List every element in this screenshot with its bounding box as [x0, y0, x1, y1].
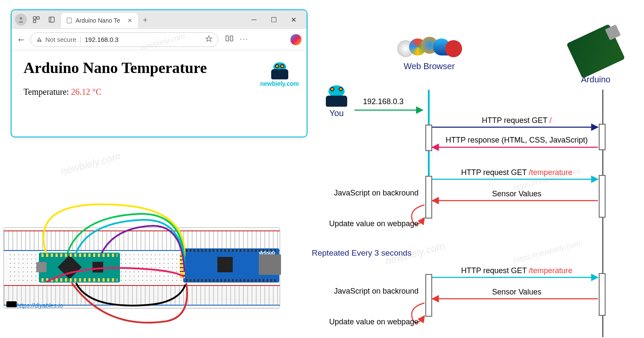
- label-ip: 192.168.0.3: [363, 97, 404, 106]
- label-msg3b: HTTP request GET /temperature: [436, 266, 598, 275]
- new-tab-button[interactable]: ＋: [141, 16, 149, 23]
- profile-icon[interactable]: [15, 14, 27, 26]
- tab-close-button[interactable]: ×: [126, 17, 134, 24]
- svg-rect-3: [33, 20, 36, 23]
- label-side2b: Update value on webpage: [312, 318, 419, 326]
- diy-badge-icon: [6, 301, 17, 307]
- svg-rect-4: [49, 17, 54, 22]
- ethernet-module: W5500: [183, 248, 279, 283]
- arduino-nano-board: [39, 253, 120, 283]
- tab-title: Arduino Nano Te: [76, 17, 123, 24]
- svg-rect-7: [39, 39, 40, 40]
- svg-rect-6: [67, 18, 71, 23]
- breadboard: W5500 https://diyables.io: [3, 227, 280, 309]
- vert-tabs-icon[interactable]: [46, 14, 58, 26]
- svg-rect-10: [230, 36, 233, 41]
- close-button[interactable]: ✕: [284, 13, 303, 26]
- more-button[interactable]: ···: [240, 35, 249, 44]
- minimize-button[interactable]: ─: [244, 13, 264, 26]
- svg-rect-2: [37, 17, 39, 19]
- label-side1b: JavaScript on backround: [312, 287, 419, 296]
- label-side2: Update value on webpage: [312, 219, 419, 228]
- label-msg3: HTTP request GET /temperature: [436, 168, 598, 177]
- back-button[interactable]: ←: [17, 34, 26, 45]
- label-msg4b: Sensor Values: [436, 288, 598, 297]
- browser-tabbar: Arduino Nano Te × ＋ ─ ☐ ✕: [12, 10, 307, 29]
- page-icon: [66, 17, 72, 23]
- temperature-label: Temperature:: [23, 87, 71, 96]
- security-indicator[interactable]: Not secure: [36, 36, 76, 43]
- window-controls: ─ ☐ ✕: [244, 13, 303, 26]
- svg-rect-9: [226, 36, 228, 41]
- page-heading: Arduino Nano Temperature: [23, 59, 295, 77]
- svg-point-0: [20, 17, 22, 20]
- browser-window: Arduino Nano Te × ＋ ─ ☐ ✕ ← Not secure |…: [11, 9, 307, 137]
- webpage-content: newbiely.com Arduino Nano Temperature Te…: [12, 50, 307, 105]
- label-msg1: HTTP request GET /: [436, 116, 598, 125]
- label-side1: JavaScript on backround: [312, 189, 419, 198]
- diyables-link: https://diyables.io: [17, 302, 63, 309]
- url-text: 192.168.0.3: [85, 36, 118, 43]
- workspaces-icon[interactable]: [30, 14, 42, 26]
- label-msg2: HTTP response (HTML, CSS, JavaScript): [436, 136, 598, 145]
- split-screen-button[interactable]: [225, 35, 234, 44]
- browser-tab[interactable]: Arduino Nano Te ×: [61, 13, 138, 28]
- favorite-button[interactable]: [205, 35, 213, 44]
- address-bar: ← Not secure | 192.168.0.3 ···: [12, 29, 307, 50]
- security-text: Not secure: [45, 36, 76, 43]
- temperature-line: Temperature: 26.12 °C: [23, 87, 295, 97]
- maximize-button[interactable]: ☐: [264, 13, 284, 26]
- star-icon: [205, 35, 213, 43]
- url-input[interactable]: Not secure | 192.168.0.3: [30, 32, 218, 47]
- owl-icon: [269, 62, 290, 79]
- svg-rect-1: [33, 17, 36, 19]
- label-repeat: Repteated Every 3 seconds: [312, 248, 411, 258]
- warning-icon: [36, 36, 43, 43]
- sequence-diagram: You Web Browser Arduino: [299, 30, 641, 337]
- newbiely-logo: newbiely.com: [260, 62, 299, 87]
- label-msg4: Sensor Values: [436, 189, 598, 198]
- split-icon: [225, 35, 234, 42]
- temperature-value: 26.12 °C: [71, 87, 101, 96]
- svg-rect-8: [39, 41, 40, 41]
- wiring-diagram: W5500 https://diyables.io: [3, 193, 298, 334]
- newbiely-text: newbiely.com: [260, 80, 299, 87]
- watermark: newbiely.com: [59, 150, 122, 178]
